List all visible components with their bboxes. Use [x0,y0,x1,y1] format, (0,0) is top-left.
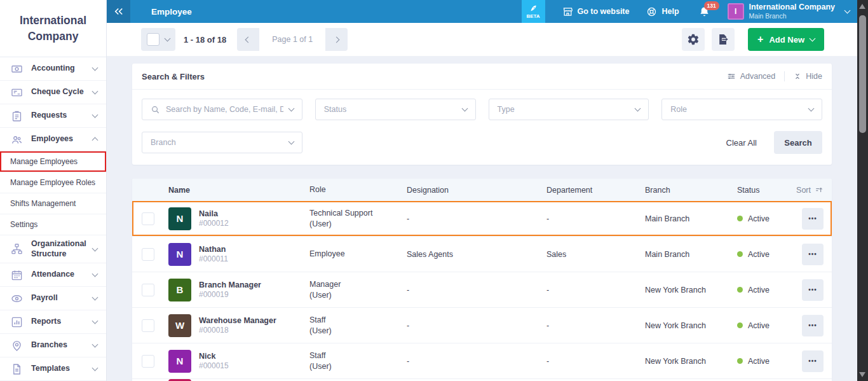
row-checkbox[interactable] [142,248,154,261]
go-to-website-link[interactable]: Go to website [562,6,630,17]
column-header-role[interactable]: Role [309,184,407,195]
notifications-button[interactable]: 131 [698,6,710,18]
clear-all-button[interactable]: Clear All [726,138,757,148]
filters-row-1: Status Type Role [142,99,822,120]
employee-name[interactable]: Nathan [199,244,228,254]
vertical-scrollbar[interactable] [857,0,868,381]
row-actions-button[interactable]: ••• [802,208,824,230]
collapse-sidebar-button[interactable] [107,0,130,23]
column-header-sort[interactable]: Sort [796,186,832,195]
column-header-branch[interactable]: Branch [645,186,737,195]
scroll-up-arrow[interactable] [859,4,865,9]
submenu-item-manage-employees[interactable]: Manage Employees [0,151,106,172]
chevron-down-icon [92,65,98,71]
chevron-down-icon [288,139,294,145]
row-actions-button[interactable]: ••• [802,244,824,265]
chevron-down-icon [165,36,171,42]
gear-icon [687,33,700,46]
status-dot [737,358,743,364]
employee-name[interactable]: Branch Manager [199,280,261,290]
search-input[interactable] [166,105,283,114]
sidebar-item-payroll[interactable]: Payroll [0,287,106,310]
sidebar-item-label: Reports [31,317,93,327]
sidebar-item-requests[interactable]: Requests [0,104,106,128]
sidebar-item-reports[interactable]: Reports [0,310,106,334]
status-label: Active [748,214,770,223]
scrollbar-thumb[interactable] [859,15,866,133]
row-checkbox[interactable] [142,319,154,332]
row-checkbox[interactable] [142,212,154,225]
sidebar-item-accounting[interactable]: Accounting [0,57,106,81]
branch-cell: New York Branch [645,321,737,330]
row-actions-button[interactable]: ••• [802,315,824,336]
employee-code: #000018 [199,326,276,336]
row-checkbox[interactable] [142,284,154,296]
chevron-down-icon [635,106,641,112]
search-button[interactable]: Search [774,131,822,154]
advanced-button[interactable]: Advanced [727,72,776,81]
employee-name[interactable]: Warehouse Manager [199,315,276,326]
export-button[interactable] [712,28,735,51]
column-header-designation[interactable]: Designation [407,186,546,195]
status-label: Active [748,286,770,294]
sidebar: International Company Accounting Cheque … [0,0,107,381]
column-header-status[interactable]: Status [737,186,796,195]
branch-select[interactable]: Branch [142,132,302,153]
sidebar-item-cheque-cycle[interactable]: Cheque Cycle [0,81,106,104]
submenu-item-label: Manage Employee Roles [10,178,95,187]
submenu-item-manage-employee-roles[interactable]: Manage Employee Roles [0,172,106,193]
chevron-down-icon [92,112,98,118]
submenu-item-settings[interactable]: Settings [0,214,106,235]
status-select[interactable]: Status [315,99,476,120]
status-label: Active [748,321,770,330]
add-new-label: Add New [769,35,804,45]
filters-panel: Search & Filters Advanced [132,64,832,165]
avatar: N [168,207,191,230]
column-header-name[interactable]: Name [159,186,309,195]
page-title: Employee [151,7,192,17]
status-dot [737,216,743,221]
branch-cell: New York Branch [645,286,737,294]
scroll-down-arrow[interactable] [859,372,865,377]
search-icon [151,105,160,114]
row-actions-button[interactable]: ••• [802,279,824,301]
user-menu[interactable]: I International Company Main Branch [728,3,850,20]
sidebar-item-organizational-structure[interactable]: Organizational Structure [0,235,106,263]
cheque-icon [10,87,23,99]
prev-page-button[interactable] [237,28,259,51]
row-actions-button[interactable]: ••• [802,350,824,372]
hide-button[interactable]: Hide [794,72,822,81]
chevron-down-icon [461,106,468,112]
sidebar-item-attendance[interactable]: Attendance [0,263,106,287]
help-label: Help [661,7,679,16]
employee-name[interactable]: Nick [199,351,229,361]
submenu-item-shifts-management[interactable]: Shifts Management [0,193,106,214]
employees-table: Name Role Designation Departement Branch… [132,179,832,381]
filters-body: Status Type Role [132,90,832,165]
double-arrow-left-icon [113,6,125,17]
next-page-button[interactable] [325,28,348,51]
help-link[interactable]: Help [646,6,679,17]
role-select[interactable]: Role [661,99,822,120]
beta-badge[interactable]: BETA [522,0,545,23]
status-dot [737,287,743,293]
table-row: N Naila#000012 Technical Support (User) … [132,201,832,237]
type-select[interactable]: Type [489,99,649,120]
select-all-control[interactable] [141,28,175,51]
branch-cell: Main Branch [645,250,737,259]
column-header-department[interactable]: Departement [546,186,645,195]
add-new-button[interactable]: + Add New [748,28,824,51]
table-header: Name Role Designation Departement Branch… [132,179,832,201]
user-text: International Company Main Branch [749,3,835,20]
company-logo: International Company [0,0,106,57]
settings-button[interactable] [682,28,705,51]
map-pin-icon [10,340,23,352]
sidebar-item-templates[interactable]: Templates [0,357,106,381]
sidebar-item-branches[interactable]: Branches [0,334,106,357]
employee-name[interactable]: Naila [199,209,229,219]
row-checkbox[interactable] [142,355,154,368]
select-all-checkbox[interactable] [147,33,159,46]
chevron-down-icon[interactable] [288,106,294,112]
status-dot [737,251,743,257]
sidebar-item-employees[interactable]: Employees [0,128,106,151]
